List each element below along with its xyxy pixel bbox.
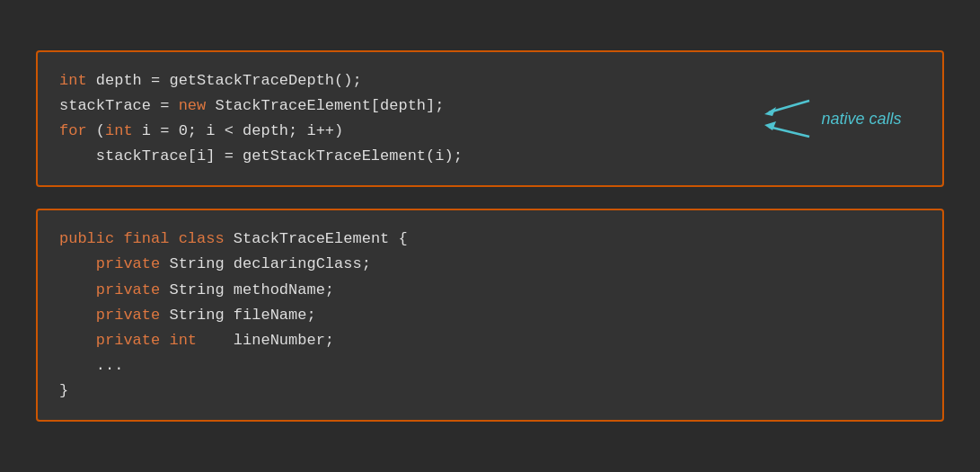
keyword-for: for <box>59 122 87 139</box>
code-text <box>59 281 96 298</box>
svg-line-0 <box>769 101 809 112</box>
keyword-private3: private <box>96 307 160 324</box>
keyword-new: new <box>179 97 207 114</box>
code-line-b2-6: ... <box>59 353 921 378</box>
code-line-3: for (int i = 0; i < depth; i++) <box>59 119 741 144</box>
code-text: String declaringClass; <box>160 255 371 272</box>
code-text: ( <box>87 122 105 139</box>
keyword-private2: private <box>96 281 160 298</box>
code-text <box>59 307 96 324</box>
code-text: stackTrace[i] = getStackTraceElement(i); <box>59 147 463 165</box>
code-lines-2: public final class StackTraceElement { p… <box>59 227 921 403</box>
code-line-b2-7: } <box>59 378 921 404</box>
code-text: String methodName; <box>160 281 334 298</box>
keyword-public: public <box>59 230 114 247</box>
keyword-int2: int <box>105 122 133 139</box>
code-line-4: stackTrace[i] = getStackTraceElement(i); <box>59 144 741 169</box>
code-text <box>59 255 96 272</box>
keyword-final: final <box>123 230 169 247</box>
code-text <box>114 230 123 247</box>
svg-line-2 <box>769 127 809 137</box>
code-text: depth = getStackTraceDepth(); <box>87 72 362 89</box>
code-block-2: public final class StackTraceElement { p… <box>36 209 944 421</box>
code-lines-1: int depth = getStackTraceDepth(); stackT… <box>59 68 741 169</box>
code-line-1: int depth = getStackTraceDepth(); <box>59 68 741 94</box>
code-line-b2-1: public final class StackTraceElement { <box>59 227 921 252</box>
keyword-int: int <box>59 72 87 89</box>
code-block-1: int depth = getStackTraceDepth(); stackT… <box>36 50 944 187</box>
code-line-b2-2: private String declaringClass; <box>59 252 921 277</box>
code-line-b2-3: private String methodName; <box>59 278 921 303</box>
native-calls-label: native calls <box>821 110 901 129</box>
code-text: } <box>59 382 68 399</box>
keyword-private1: private <box>96 255 160 272</box>
code-line-2: stackTrace = new StackTraceElement[depth… <box>59 94 741 119</box>
code-line-b2-5: private int lineNumber; <box>59 328 921 353</box>
code-text <box>59 332 96 349</box>
code-text: StackTraceElement { <box>225 230 408 247</box>
code-text: StackTraceElement[depth]; <box>206 97 444 114</box>
code-text: ... <box>59 357 123 374</box>
code-text: stackTrace = <box>59 97 179 114</box>
keyword-int3: int <box>169 332 197 349</box>
code-text <box>169 230 178 247</box>
keyword-private4: private <box>96 332 160 349</box>
code-text <box>160 332 169 349</box>
code-text: i = 0; i < depth; i++) <box>133 122 344 139</box>
annotation-inner: native calls <box>760 87 901 150</box>
code-text: lineNumber; <box>197 332 334 349</box>
code-text: String fileName; <box>160 307 315 324</box>
keyword-class: class <box>179 230 225 247</box>
code-line-b2-4: private String fileName; <box>59 303 921 328</box>
arrows-svg <box>760 87 814 150</box>
annotation-area: native calls <box>741 87 921 150</box>
